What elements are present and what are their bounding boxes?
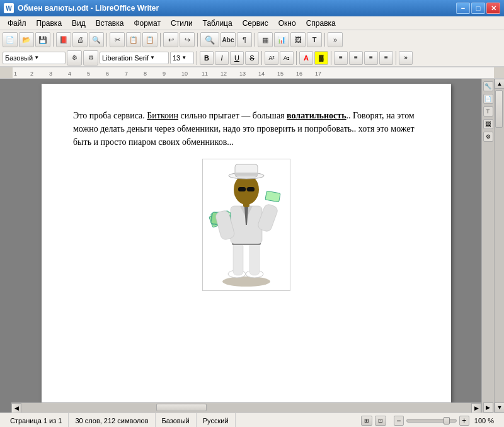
font-color-button[interactable]: A — [299, 51, 313, 65]
sidebar-tool-5[interactable]: ⚙ — [483, 132, 493, 142]
sep5 — [255, 33, 255, 47]
justify-button[interactable]: ≡ — [379, 51, 393, 65]
close-button[interactable]: ✕ — [486, 3, 500, 14]
align-left-button[interactable]: ≡ — [334, 51, 348, 65]
sep2 — [106, 33, 107, 47]
v-scroll-thumb[interactable] — [495, 90, 503, 128]
status-icon-2[interactable]: ⊡ — [375, 416, 386, 426]
menu-tools[interactable]: Сервис — [238, 18, 273, 29]
main-area: Это проба сервиса. Биткоин сильно прыгае… — [0, 79, 504, 413]
strikethrough-button[interactable]: S — [245, 51, 259, 65]
underline-button[interactable]: U — [230, 51, 244, 65]
menu-edit[interactable]: Правка — [32, 18, 67, 29]
h-scroll-thumb[interactable] — [156, 404, 207, 411]
print-button[interactable]: 🖨 — [72, 32, 88, 47]
menu-bar: Файл Правка Вид Вставка Формат Стили Таб… — [0, 16, 504, 30]
ruler-tick-15: 15 — [277, 71, 284, 77]
horizontal-scrollbar[interactable]: ◀ ▶ — [11, 402, 481, 413]
more-button[interactable]: » — [328, 32, 343, 47]
font-size-dropdown[interactable]: 13 ▼ — [170, 52, 194, 64]
menu-view[interactable]: Вид — [67, 18, 91, 29]
zoom-slider[interactable] — [406, 419, 457, 423]
menu-styles[interactable]: Стили — [166, 18, 198, 29]
image-container — [73, 159, 420, 291]
zoom-handle[interactable] — [444, 417, 450, 424]
left-glass — [238, 187, 246, 191]
ruler-tick-12: 12 — [220, 71, 227, 77]
ruler-tick-7: 7 — [125, 71, 128, 77]
find-button[interactable]: 🔍 — [200, 32, 219, 47]
print-preview-button[interactable]: 🔍 — [89, 32, 104, 47]
menu-window[interactable]: Окно — [273, 18, 301, 29]
new-button[interactable]: 📄 — [3, 32, 18, 47]
sep6 — [324, 33, 325, 47]
menu-file[interactable]: Файл — [3, 18, 32, 29]
ruler-tick-9: 9 — [163, 71, 166, 77]
v-scroll-track[interactable] — [495, 89, 504, 402]
status-icon-1[interactable]: ⊞ — [361, 416, 372, 426]
ruler: 1 2 3 4 5 6 7 8 9 10 11 12 13 14 15 16 1… — [0, 67, 504, 79]
chart-button[interactable]: 📊 — [274, 32, 289, 47]
document-page[interactable]: Это проба сервиса. Биткоин сильно прыгае… — [42, 84, 451, 402]
sep-fmt1 — [197, 51, 197, 65]
zoom-plus-button[interactable]: + — [459, 416, 469, 426]
paragraph-button[interactable]: ¶ — [237, 32, 252, 47]
scroll-down-button[interactable]: ▼ — [495, 402, 504, 413]
page-left-gray — [29, 84, 42, 397]
superscript-button[interactable]: A² — [265, 51, 278, 65]
style-button-2[interactable]: ⚙ — [83, 50, 98, 65]
subscript-button[interactable]: A₂ — [280, 51, 294, 65]
shadow — [222, 276, 270, 287]
more-format-button[interactable]: » — [399, 51, 413, 65]
image-button[interactable]: 🖼 — [290, 32, 306, 47]
sidebar-tool-1[interactable]: 🔧 — [483, 81, 493, 91]
undo-button[interactable]: ↩ — [163, 32, 178, 47]
sidebar-tool-3[interactable]: T — [483, 106, 493, 117]
paragraph-style-dropdown[interactable]: Базовый ▼ — [3, 52, 66, 64]
redo-button[interactable]: ↪ — [180, 32, 195, 47]
main-toolbar: 📄 📂 💾 📕 🖨 🔍 ✂ 📋 📋 ↩ ↪ 🔍 Abc ¶ ▦ 📊 🖼 T » — [0, 30, 504, 49]
export-pdf-button[interactable]: 📕 — [56, 32, 71, 47]
scroll-up-button[interactable]: ▲ — [495, 79, 504, 89]
ruler-tick-0: 1 — [14, 71, 17, 77]
sidebar-tool-2[interactable]: 📄 — [483, 94, 493, 104]
open-button[interactable]: 📂 — [19, 32, 34, 47]
left-margin — [0, 79, 11, 413]
table-button[interactable]: ▦ — [258, 32, 273, 47]
scroll-right-button[interactable]: ▶ — [471, 403, 481, 413]
style-button-1[interactable]: ⚙ — [67, 50, 82, 65]
align-right-button[interactable]: ≡ — [364, 51, 378, 65]
ruler-tick-6: 6 — [106, 71, 109, 77]
menu-format[interactable]: Формат — [129, 18, 166, 29]
document-image[interactable] — [202, 159, 290, 291]
sidebar-tool-4[interactable]: 🖼 — [483, 119, 493, 129]
right-tool-sidebar: 🔧 📄 T 🖼 ⚙ ▶ — [481, 79, 494, 413]
menu-table[interactable]: Таблица — [198, 18, 238, 29]
menu-help[interactable]: Справка — [301, 18, 341, 29]
copy-button[interactable]: 📋 — [126, 32, 141, 47]
menu-insert[interactable]: Вставка — [91, 18, 129, 29]
align-center-button[interactable]: ≡ — [349, 51, 363, 65]
right-leg — [249, 242, 260, 275]
status-bar: Страница 1 из 1 30 слов, 212 символов Ба… — [0, 413, 504, 427]
textbox-button[interactable]: T — [307, 32, 322, 47]
font-name-dropdown[interactable]: Liberation Serif ▼ — [100, 52, 169, 64]
sidebar-scroll-arrow[interactable]: ▶ — [483, 402, 493, 413]
italic-button[interactable]: I — [215, 51, 229, 65]
h-scroll-track[interactable] — [21, 403, 471, 413]
volatility-text: волатильность — [287, 111, 346, 120]
save-button[interactable]: 💾 — [35, 32, 50, 47]
scroll-left-button[interactable]: ◀ — [11, 403, 21, 413]
cut-button[interactable]: ✂ — [110, 32, 125, 47]
vertical-scrollbar[interactable]: ▲ ▼ — [494, 79, 504, 413]
right-bill — [265, 191, 280, 202]
restore-button[interactable]: □ — [471, 3, 485, 14]
page-count: Страница 1 из 1 — [4, 413, 69, 427]
bold-button[interactable]: B — [200, 51, 214, 65]
spellcheck-button[interactable]: Abc — [220, 32, 236, 47]
sep3 — [160, 33, 161, 47]
minimize-button[interactable]: − — [456, 3, 470, 14]
paste-button[interactable]: 📋 — [142, 32, 158, 47]
zoom-minus-button[interactable]: − — [394, 416, 404, 426]
highlight-button[interactable]: ▓ — [314, 51, 328, 65]
